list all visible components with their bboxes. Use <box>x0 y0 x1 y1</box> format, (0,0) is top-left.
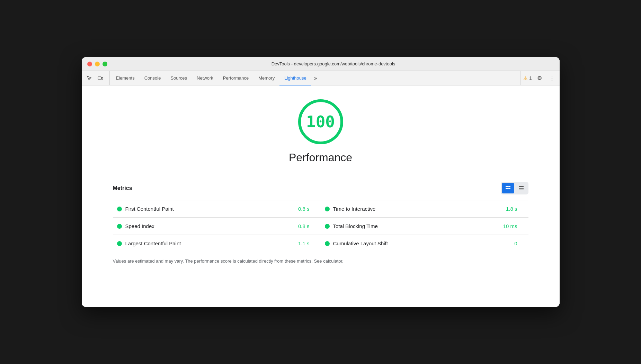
metric-name-si: Speed Index <box>125 223 295 229</box>
warning-icon: ⚠ <box>523 75 528 81</box>
metric-name-tbt: Total Blocking Time <box>333 223 500 229</box>
devtools-toolbar: Elements Console Sources Network Perform… <box>82 71 560 85</box>
score-number: 100 <box>306 112 335 131</box>
score-circle: 100 <box>298 99 343 144</box>
settings-button[interactable]: ⚙ <box>535 73 544 83</box>
perf-score-link[interactable]: performance score is calculated <box>194 258 258 264</box>
metric-row: Speed Index 0.8 s Total Blocking Time 10… <box>113 218 528 235</box>
svg-rect-3 <box>508 186 510 187</box>
metric-value-tti: 1.8 s <box>506 206 524 212</box>
inspect-element-button[interactable] <box>84 73 94 83</box>
metric-value-si: 0.8 s <box>298 223 317 229</box>
svg-rect-7 <box>519 188 524 189</box>
metric-value-tbt: 10 ms <box>503 223 524 229</box>
metric-cell-tbt: Total Blocking Time 10 ms <box>321 218 528 235</box>
metric-dot-fcp <box>117 207 122 211</box>
calculator-link[interactable]: See calculator. <box>314 258 343 264</box>
device-toggle-button[interactable] <box>96 73 105 83</box>
metric-cell-tti: Time to Interactive 1.8 s <box>321 200 528 217</box>
panel-title: Performance <box>289 151 352 164</box>
svg-rect-5 <box>508 188 510 189</box>
tab-more-button[interactable]: » <box>311 71 320 85</box>
tab-lighthouse[interactable]: Lighthouse <box>279 71 311 85</box>
devtools-window: DevTools - developers.google.com/web/too… <box>82 57 560 307</box>
metric-value-cls: 0 <box>514 240 524 246</box>
metric-dot-lcp <box>117 241 122 246</box>
metric-name-cls: Cumulative Layout Shift <box>333 240 511 246</box>
metrics-table: First Contentful Paint 0.8 s Time to Int… <box>113 200 528 252</box>
svg-rect-2 <box>506 186 508 187</box>
metric-name-lcp: Largest Contentful Paint <box>125 240 295 246</box>
tab-elements[interactable]: Elements <box>111 71 140 85</box>
tab-performance[interactable]: Performance <box>218 71 253 85</box>
svg-rect-0 <box>98 77 101 79</box>
traffic-lights <box>87 62 107 66</box>
svg-rect-4 <box>506 188 508 189</box>
metric-cell-cls: Cumulative Layout Shift 0 <box>321 235 528 252</box>
warning-badge[interactable]: ⚠ 1 <box>523 75 532 81</box>
metrics-footer: Values are estimated and may vary. The p… <box>113 258 528 265</box>
toolbar-right: ⚠ 1 ⚙ ⋮ <box>520 71 557 85</box>
tabs: Elements Console Sources Network Perform… <box>111 71 520 85</box>
lighthouse-panel: 100 Performance Metrics <box>82 85 560 307</box>
metric-row: First Contentful Paint 0.8 s Time to Int… <box>113 200 528 218</box>
metric-dot-tti <box>325 207 330 211</box>
metric-name-fcp: First Contentful Paint <box>125 206 295 212</box>
metric-dot-tbt <box>325 224 330 229</box>
metric-name-tti: Time to Interactive <box>333 206 502 212</box>
more-options-button[interactable]: ⋮ <box>547 73 557 83</box>
metric-dot-si <box>117 224 122 229</box>
titlebar: DevTools - developers.google.com/web/too… <box>82 57 560 71</box>
metrics-section: Metrics <box>113 182 528 265</box>
svg-rect-1 <box>101 78 103 79</box>
window-title: DevTools - developers.google.com/web/too… <box>113 61 554 66</box>
svg-rect-6 <box>519 186 524 187</box>
metric-value-lcp: 1.1 s <box>298 240 317 246</box>
tab-console[interactable]: Console <box>140 71 166 85</box>
list-view-button[interactable] <box>515 183 527 193</box>
view-toggle <box>501 182 528 194</box>
metric-value-fcp: 0.8 s <box>298 206 317 212</box>
maximize-button[interactable] <box>103 62 107 66</box>
minimize-button[interactable] <box>95 62 100 66</box>
svg-rect-8 <box>519 190 524 190</box>
metrics-label: Metrics <box>113 185 132 191</box>
close-button[interactable] <box>87 62 92 66</box>
tab-memory[interactable]: Memory <box>253 71 279 85</box>
metrics-header: Metrics <box>113 182 528 194</box>
metric-row: Largest Contentful Paint 1.1 s Cumulativ… <box>113 235 528 252</box>
metric-cell-lcp: Largest Contentful Paint 1.1 s <box>113 235 321 252</box>
tab-sources[interactable]: Sources <box>166 71 192 85</box>
score-container: 100 Performance <box>289 99 352 175</box>
toolbar-icons <box>84 71 110 85</box>
metric-cell-si: Speed Index 0.8 s <box>113 218 321 235</box>
grid-view-button[interactable] <box>502 183 514 193</box>
metric-dot-cls <box>325 241 330 246</box>
metric-cell-fcp: First Contentful Paint 0.8 s <box>113 200 321 217</box>
tab-network[interactable]: Network <box>192 71 218 85</box>
